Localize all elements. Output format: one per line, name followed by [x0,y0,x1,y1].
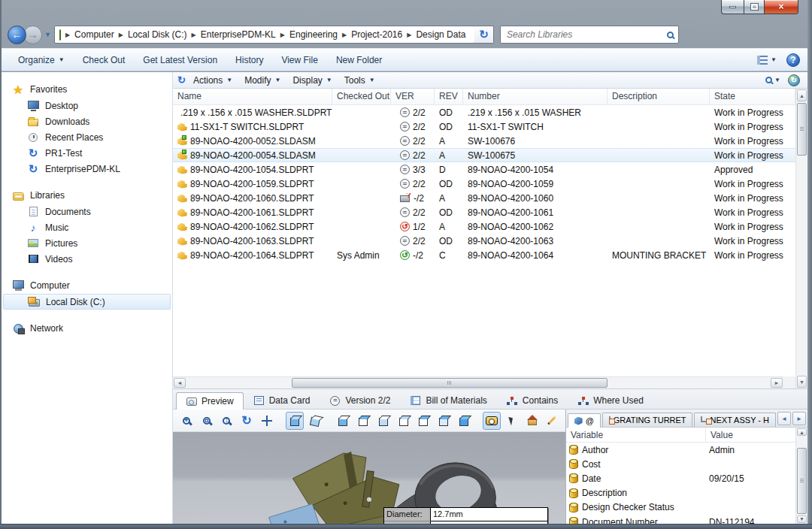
pdm-menu-actions[interactable]: Actions▼ [187,74,238,87]
sidebar-item-local-disk-c-[interactable]: Local Disk (C:) [3,294,171,310]
search-icon[interactable] [667,32,674,38]
horizontal-scrollbar[interactable]: ◄ ► [173,376,783,388]
pdm-menu-display[interactable]: Display▼ [286,74,338,87]
sidebar-item-recent-places[interactable]: Recent Places [2,129,172,145]
sidebar-item-enterprisepdm-kl[interactable]: ↻EnterprisePDM-KL [2,161,172,177]
breadcrumb-item[interactable]: Engineering [286,28,341,41]
edit-button[interactable] [543,412,561,430]
file-row[interactable]: 89-NOAO-4200-0052.SLDASM=2/2ASW-100676Wo… [173,134,795,148]
tab-where-used[interactable]: Where Used [568,391,653,409]
column-header-number[interactable]: Number [463,89,607,104]
help-button[interactable]: ? [786,53,800,67]
variable-row[interactable]: Date09/20/15 [566,471,795,485]
vertical-scroll-thumb[interactable] [797,103,807,156]
change-view-button[interactable]: ▼ [753,53,780,67]
tab-preview[interactable]: Preview [176,392,244,410]
sidebar-item-desktop[interactable]: Desktop [2,98,172,113]
vertical-scrollbar[interactable]: ▲ ▼ [795,89,807,388]
pan-button[interactable] [258,412,276,430]
breadcrumb-item[interactable]: Computer [71,28,117,41]
tab-version-2-2[interactable]: =Version 2/2 [320,391,400,409]
column-header-name[interactable]: Name [173,89,332,104]
sidebar-item-pictures[interactable]: Pictures [2,235,172,251]
commandbar-item-view-file[interactable]: View File [272,52,326,68]
view-bottom-button[interactable] [435,412,453,430]
file-row[interactable]: 89-NOAO-4200-1062.SLDPRT↺1/2A89-NOAO-420… [173,219,795,234]
sidebar-group-header-libraries[interactable]: Libraries [2,187,172,204]
home-button[interactable] [523,412,541,430]
column-header-ver[interactable]: VER [391,89,435,104]
commandbar-item-get-latest-version[interactable]: Get Latest Version [134,52,226,68]
minimize-button[interactable] [721,0,744,14]
sidebar-item-music[interactable]: ♪Music [2,219,172,235]
column-header-rev[interactable]: REV [435,89,463,104]
file-row[interactable]: 89-NOAO-4200-1054.SLDPRT=3/3D89-NOAO-420… [173,162,795,177]
recent-pages-caret-icon[interactable]: ▼ [44,31,51,38]
view-back-button[interactable] [354,412,372,430]
commandbar-item-check-out[interactable]: Check Out [74,52,135,68]
search-box[interactable] [500,26,679,44]
file-row[interactable]: 89-NOAO-4200-1060.SLDPRT-/2A89-NOAO-4200… [173,191,795,205]
measure-button[interactable] [483,412,501,430]
tab-scroll-left-arrow[interactable]: ◄ [777,412,791,425]
file-row[interactable]: 89-NOAO-4200-1059.SLDPRT=2/2OD89-NOAO-42… [173,177,795,191]
file-list-header[interactable]: NameChecked Out ...VERREVNumberDescripti… [173,89,795,105]
file-row[interactable]: .219 x .156 x .015 WASHER.SLDPRT=2/2OD.2… [173,105,795,119]
address-bar[interactable]: ▶Computer▶Local Disk (C:)▶EnterprisePDM-… [54,26,475,44]
config-tab-@[interactable]: @ [568,413,601,428]
zoom-fit-button[interactable] [177,412,195,430]
breadcrumb-item[interactable]: EnterprisePDM-KL [198,28,279,41]
pdm-web-refresh-icon[interactable]: ↻ [788,74,800,86]
pdm-menu-modify[interactable]: Modify▼ [238,74,286,87]
variable-row[interactable]: AuthorAdmin [566,443,795,457]
scroll-down-arrow[interactable]: ▼ [797,376,807,388]
back-button[interactable]: ← [8,26,26,44]
file-row[interactable]: 89-NOAO-4200-1064.SLDPRTSys Admin↺-/2C89… [173,248,795,262]
variables-scroll-thumb[interactable] [797,448,807,514]
variable-row[interactable]: Description [566,486,795,500]
tab-data-card[interactable]: Data Card [244,391,320,409]
variables-header[interactable]: Variable Value [566,428,795,443]
file-row[interactable]: 11-SX1-T SWITCH.SLDPRT=2/2OD11-SX1-T SWI… [173,119,795,134]
breadcrumb-item[interactable]: Project-2016 [348,28,405,41]
variable-row[interactable]: Cost [566,457,795,471]
refresh-button[interactable]: ↻ [474,26,494,44]
rotate-button[interactable]: ↻ [238,412,256,430]
shaded-button[interactable] [286,412,304,430]
scroll-up-arrow[interactable]: ▲ [797,89,807,101]
file-row[interactable]: 89-NOAO-4200-1063.SLDPRT=2/2OD89-NOAO-42… [173,234,795,248]
config-tab-next-assy-h[interactable]: NEXT ASSY - H [694,413,776,427]
column-header-checked-out-[interactable]: Checked Out ... [332,89,391,104]
preview-3d-scene[interactable]: Diameter: 12.7mm Center: -165.872mm,-23.… [173,432,565,524]
column-header-description[interactable]: Description [607,89,710,104]
value-column-header[interactable]: Value [706,428,795,442]
view-right-button[interactable] [395,412,413,430]
horizontal-scroll-thumb[interactable] [292,378,607,388]
pdm-refresh-icon[interactable]: ↻ [177,74,186,86]
commandbar-item-history[interactable]: History [226,52,272,68]
file-row[interactable]: 89-NOAO-4200-1061.SLDPRT=2/2OD89-NOAO-42… [173,205,795,219]
config-tab-grating-turret[interactable]: GRATING TURRET [602,413,692,427]
tab-scroll-right-arrow[interactable]: ► [792,412,806,425]
search-input[interactable] [505,29,667,41]
breadcrumb-item[interactable]: Local Disk (C:) [125,28,190,41]
column-header-state[interactable]: State [710,89,795,104]
sidebar-group-header-computer[interactable]: Computer [2,277,172,294]
commandbar-item-organize[interactable]: Organize▼ [9,52,74,68]
view-top-button[interactable] [414,412,432,430]
file-row[interactable]: 89-NOAO-4200-0054.SLDASM=2/2ASW-100675Wo… [173,148,795,162]
sidebar-group-header-network[interactable]: Network [2,320,172,337]
maximize-button[interactable] [744,0,765,14]
tab-bill-of-materials[interactable]: Bill of Materials [400,391,496,409]
pdm-menu-tools[interactable]: Tools▼ [338,74,381,87]
variable-column-header[interactable]: Variable [566,428,706,442]
sidebar-item-documents[interactable]: Documents [2,204,172,219]
shaded-edges-button[interactable] [306,412,324,430]
sidebar-item-downloads[interactable]: Downloads [2,113,172,129]
sidebar-item-videos[interactable]: Videos [2,251,172,267]
breadcrumb-item[interactable]: Design Data [413,28,468,41]
zoom-area-button[interactable] [198,412,216,430]
zoom-inout-button[interactable] [217,412,235,430]
tab-contains[interactable]: Contains [497,391,568,409]
scroll-right-arrow[interactable]: ► [771,378,783,388]
